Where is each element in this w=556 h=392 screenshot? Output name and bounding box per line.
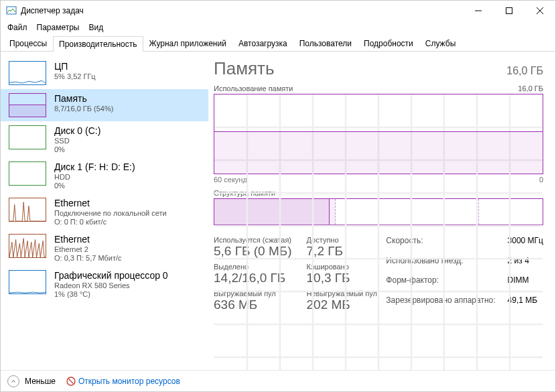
sidebar-item-disk1[interactable]: Диск 1 (F: H: D: E:) HDD 0% (1, 157, 208, 194)
menu-view[interactable]: Вид (84, 21, 107, 34)
open-resource-monitor-link[interactable]: Открыть монитор ресурсов (66, 377, 180, 386)
fewer-details-label[interactable]: Меньше (25, 377, 56, 386)
cpu-thumb (9, 61, 46, 85)
sidebar-item-sub2: 1% (38 °C) (54, 290, 168, 298)
sidebar-item-disk0[interactable]: Диск 0 (C:) SSD 0% (1, 121, 208, 157)
sidebar-item-sub: SSD (54, 137, 100, 145)
minimize-button[interactable] (463, 1, 494, 21)
sidebar: ЦП 5% 3,52 ГГц Память 8,7/16,0 ГБ (54%) … (1, 52, 208, 370)
sidebar-item-label: Диск 1 (F: H: D: E:) (54, 161, 135, 172)
sidebar-item-label: Графический процессор 0 (54, 270, 168, 281)
titlebar: Диспетчер задач (1, 1, 555, 21)
sidebar-item-gpu[interactable]: Графический процессор 0 Radeon RX 580 Se… (1, 266, 208, 302)
app-icon (6, 5, 17, 16)
memory-usage-graph[interactable] (214, 94, 543, 174)
fewer-details-button[interactable] (7, 375, 19, 387)
disk-thumb (9, 161, 46, 186)
memory-thumb (9, 93, 46, 117)
ethernet-thumb (9, 234, 46, 258)
usage-label: Использование памяти (214, 84, 293, 92)
window-title: Диспетчер задач (21, 6, 463, 15)
tab-users[interactable]: Пользователи (293, 36, 358, 51)
sidebar-item-sub2: 0% (54, 182, 135, 190)
sidebar-item-label: Диск 0 (C:) (54, 125, 100, 136)
sidebar-item-ethernet0[interactable]: Ethernet Подключение по локальной сети О… (1, 194, 208, 230)
sidebar-item-label: ЦП (54, 61, 96, 72)
page-title: Память (214, 58, 275, 79)
sidebar-item-sub: 5% 3,52 ГГц (54, 72, 96, 80)
usage-max: 16,0 ГБ (518, 84, 543, 92)
tab-details[interactable]: Подробности (358, 36, 419, 51)
tab-processes[interactable]: Процессы (3, 36, 53, 51)
sidebar-item-sub: 8,7/16,0 ГБ (54%) (54, 105, 113, 113)
ethernet-thumb (9, 198, 46, 222)
sidebar-item-label: Память (54, 93, 113, 104)
svg-line-24 (68, 379, 73, 383)
tab-services[interactable]: Службы (419, 36, 462, 51)
tab-startup[interactable]: Автозагрузка (232, 36, 293, 51)
detail-pane: Память 16,0 ГБ Использование памяти 16,0… (208, 52, 555, 370)
close-button[interactable] (525, 1, 555, 21)
monitor-icon (66, 377, 76, 386)
sidebar-item-sub2: О: 0 П: 0 кбит/с (54, 218, 167, 226)
sidebar-item-sub2: О: 0,3 П: 5,7 Мбит/с (54, 254, 122, 262)
sidebar-item-cpu[interactable]: ЦП 5% 3,52 ГГц (1, 57, 208, 89)
sidebar-item-sub: HDD (54, 173, 135, 181)
sidebar-item-sub: Radeon RX 580 Series (54, 281, 168, 289)
tab-performance[interactable]: Производительность (53, 36, 143, 52)
gpu-thumb (9, 270, 46, 294)
menubar: Файл Параметры Вид (1, 21, 555, 34)
disk-thumb (9, 125, 46, 149)
tab-app-history[interactable]: Журнал приложений (143, 36, 232, 51)
sidebar-item-sub: Подключение по локальной сети (54, 209, 167, 217)
maximize-button[interactable] (494, 1, 525, 21)
sidebar-item-ethernet1[interactable]: Ethernet Ethernet 2 О: 0,3 П: 5,7 Мбит/с (1, 230, 208, 266)
sidebar-item-sub: Ethernet 2 (54, 245, 122, 253)
memory-total: 16,0 ГБ (506, 65, 543, 77)
menu-file[interactable]: Файл (3, 21, 31, 34)
window-controls (463, 1, 555, 21)
sidebar-item-label: Ethernet (54, 198, 167, 208)
main-area: ЦП 5% 3,52 ГГц Память 8,7/16,0 ГБ (54%) … (1, 52, 555, 370)
tab-strip: Процессы Производительность Журнал прило… (1, 36, 555, 52)
sidebar-item-label: Ethernet (54, 234, 122, 245)
menu-options[interactable]: Параметры (33, 21, 84, 34)
svg-rect-2 (506, 8, 512, 14)
bottom-bar: Меньше Открыть монитор ресурсов (1, 370, 555, 391)
sidebar-item-sub2: 0% (54, 145, 100, 153)
sidebar-item-memory[interactable]: Память 8,7/16,0 ГБ (54%) (1, 89, 208, 121)
